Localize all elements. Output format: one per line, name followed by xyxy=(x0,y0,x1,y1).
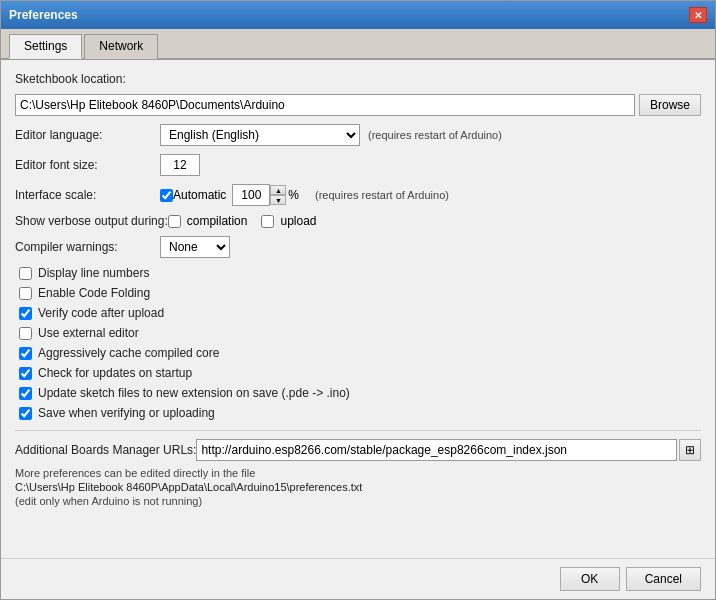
upload-checkbox[interactable] xyxy=(261,215,274,228)
verify-code-label: Verify code after upload xyxy=(38,306,164,320)
additional-boards-section: Additional Boards Manager URLs: ⊞ More p… xyxy=(15,430,701,507)
editor-language-row: Editor language: English (English) (requ… xyxy=(15,124,701,146)
compiler-warnings-select[interactable]: None Default More All xyxy=(160,236,230,258)
additional-boards-input[interactable] xyxy=(196,439,677,461)
settings-panel: Sketchbook location: Browse Editor langu… xyxy=(1,60,715,558)
check-updates-checkbox[interactable] xyxy=(19,367,32,380)
interface-scale-auto-label: Automatic xyxy=(173,188,226,202)
editor-font-size-input[interactable] xyxy=(160,154,200,176)
ok-button[interactable]: OK xyxy=(560,567,620,591)
enable-code-folding-checkbox[interactable] xyxy=(19,287,32,300)
close-button[interactable]: ✕ xyxy=(689,7,707,23)
checkbox-row-enable-code-folding: Enable Code Folding xyxy=(15,286,701,300)
editor-language-label: Editor language: xyxy=(15,128,160,142)
save-verifying-label: Save when verifying or uploading xyxy=(38,406,215,420)
window-title: Preferences xyxy=(9,8,78,22)
aggressively-cache-label: Aggressively cache compiled core xyxy=(38,346,219,360)
sketchbook-input-row: Browse xyxy=(15,94,701,116)
footer: OK Cancel xyxy=(1,558,715,599)
checkbox-row-save-verifying: Save when verifying or uploading xyxy=(15,406,701,420)
interface-scale-label: Interface scale: xyxy=(15,188,160,202)
interface-scale-input[interactable] xyxy=(232,184,270,206)
interface-scale-spinner: ▲ ▼ xyxy=(232,184,286,206)
interface-scale-hint: (requires restart of Arduino) xyxy=(315,189,449,201)
checkbox-row-check-updates: Check for updates on startup xyxy=(15,366,701,380)
editor-font-size-label: Editor font size: xyxy=(15,158,160,172)
tabs-bar: Settings Network xyxy=(1,29,715,60)
tab-settings[interactable]: Settings xyxy=(9,34,82,59)
external-editor-label: Use external editor xyxy=(38,326,139,340)
compiler-warnings-row: Compiler warnings: None Default More All xyxy=(15,236,701,258)
aggressively-cache-checkbox[interactable] xyxy=(19,347,32,360)
checkbox-row-aggressively-cache: Aggressively cache compiled core xyxy=(15,346,701,360)
show-verbose-label: Show verbose output during: xyxy=(15,214,168,228)
compilation-label: compilation xyxy=(187,214,248,228)
compiler-warnings-label: Compiler warnings: xyxy=(15,240,160,254)
additional-boards-row: Additional Boards Manager URLs: ⊞ xyxy=(15,439,701,461)
edit-note: (edit only when Arduino is not running) xyxy=(15,495,701,507)
verbose-options: compilation upload xyxy=(168,214,317,228)
save-verifying-checkbox[interactable] xyxy=(19,407,32,420)
sketchbook-input[interactable] xyxy=(15,94,635,116)
upload-label: upload xyxy=(280,214,316,228)
cancel-button[interactable]: Cancel xyxy=(626,567,701,591)
interface-scale-auto-checkbox[interactable] xyxy=(160,189,173,202)
checkbox-row-verify-code: Verify code after upload xyxy=(15,306,701,320)
additional-boards-icon-button[interactable]: ⊞ xyxy=(679,439,701,461)
editor-language-select[interactable]: English (English) xyxy=(160,124,360,146)
editor-language-hint: (requires restart of Arduino) xyxy=(368,129,502,141)
checkbox-row-update-sketch: Update sketch files to new extension on … xyxy=(15,386,701,400)
browse-button[interactable]: Browse xyxy=(639,94,701,116)
title-bar: Preferences ✕ xyxy=(1,1,715,29)
preferences-file-path: C:\Users\Hp Elitebook 8460P\AppData\Loca… xyxy=(15,481,701,493)
checkbox-row-display-line-numbers: Display line numbers xyxy=(15,266,701,280)
show-verbose-row: Show verbose output during: compilation … xyxy=(15,214,701,228)
additional-boards-label: Additional Boards Manager URLs: xyxy=(15,443,196,457)
check-updates-label: Check for updates on startup xyxy=(38,366,192,380)
enable-code-folding-label: Enable Code Folding xyxy=(38,286,150,300)
editor-font-size-row: Editor font size: xyxy=(15,154,701,176)
checkboxes-section: Display line numbers Enable Code Folding… xyxy=(15,266,701,420)
interface-scale-row: Interface scale: Automatic ▲ ▼ % (requir… xyxy=(15,184,701,206)
verify-code-checkbox[interactable] xyxy=(19,307,32,320)
display-line-numbers-label: Display line numbers xyxy=(38,266,149,280)
display-line-numbers-checkbox[interactable] xyxy=(19,267,32,280)
update-sketch-checkbox[interactable] xyxy=(19,387,32,400)
tab-network[interactable]: Network xyxy=(84,34,158,59)
checkbox-row-external-editor: Use external editor xyxy=(15,326,701,340)
compilation-checkbox[interactable] xyxy=(168,215,181,228)
interface-scale-percent: % xyxy=(288,188,299,202)
more-preferences-text: More preferences can be edited directly … xyxy=(15,467,701,479)
external-editor-checkbox[interactable] xyxy=(19,327,32,340)
spinner-up-button[interactable]: ▲ xyxy=(270,185,286,195)
preferences-window: Preferences ✕ Settings Network Sketchboo… xyxy=(0,0,716,600)
sketchbook-location-row: Sketchbook location: xyxy=(15,72,701,86)
sketchbook-label: Sketchbook location: xyxy=(15,72,126,86)
spinner-down-button[interactable]: ▼ xyxy=(270,195,286,205)
spinner-buttons: ▲ ▼ xyxy=(270,185,286,205)
update-sketch-label: Update sketch files to new extension on … xyxy=(38,386,350,400)
